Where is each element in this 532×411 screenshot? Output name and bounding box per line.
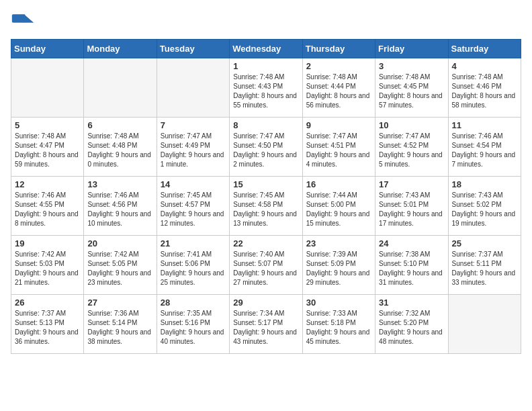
weekday-header-monday: Monday (84, 40, 157, 58)
calendar-cell: 10Sunrise: 7:47 AMSunset: 4:52 PMDayligh… (375, 118, 448, 177)
day-info: Sunrise: 7:37 AMSunset: 5:13 PMDaylight:… (15, 309, 80, 347)
calendar-cell (448, 295, 521, 354)
week-row-3: 12Sunrise: 7:46 AMSunset: 4:55 PMDayligh… (11, 177, 521, 236)
day-info: Sunrise: 7:42 AMSunset: 5:05 PMDaylight:… (87, 250, 152, 287)
calendar-cell: 12Sunrise: 7:46 AMSunset: 4:55 PMDayligh… (11, 177, 84, 236)
day-number: 28 (161, 298, 226, 308)
day-info: Sunrise: 7:44 AMSunset: 5:00 PMDaylight:… (306, 191, 371, 228)
day-info: Sunrise: 7:46 AMSunset: 4:55 PMDaylight:… (15, 191, 80, 228)
calendar-table: SundayMondayTuesdayWednesdayThursdayFrid… (11, 39, 521, 354)
day-number: 20 (87, 238, 152, 248)
day-number: 7 (161, 120, 226, 130)
day-info: Sunrise: 7:36 AMSunset: 5:14 PMDaylight:… (87, 309, 152, 347)
day-number: 4 (452, 61, 517, 71)
logo (11, 9, 36, 34)
day-info: Sunrise: 7:48 AMSunset: 4:47 PMDaylight:… (15, 132, 80, 169)
day-info: Sunrise: 7:37 AMSunset: 5:11 PMDaylight:… (452, 250, 517, 287)
day-info: Sunrise: 7:47 AMSunset: 4:50 PMDaylight:… (233, 132, 298, 169)
day-info: Sunrise: 7:47 AMSunset: 4:52 PMDaylight:… (379, 132, 444, 169)
day-info: Sunrise: 7:46 AMSunset: 4:56 PMDaylight:… (87, 191, 152, 228)
day-info: Sunrise: 7:34 AMSunset: 5:17 PMDaylight:… (233, 309, 298, 347)
day-number: 15 (233, 179, 298, 189)
day-info: Sunrise: 7:32 AMSunset: 5:20 PMDaylight:… (379, 309, 444, 347)
weekday-header-sunday: Sunday (11, 40, 84, 58)
calendar-cell: 23Sunrise: 7:39 AMSunset: 5:09 PMDayligh… (302, 236, 375, 295)
day-number: 31 (379, 298, 444, 308)
day-number: 13 (87, 179, 152, 189)
calendar-cell: 13Sunrise: 7:46 AMSunset: 4:56 PMDayligh… (84, 177, 157, 236)
calendar-cell: 27Sunrise: 7:36 AMSunset: 5:14 PMDayligh… (84, 295, 157, 354)
calendar-cell: 18Sunrise: 7:43 AMSunset: 5:02 PMDayligh… (448, 177, 521, 236)
day-info: Sunrise: 7:43 AMSunset: 5:02 PMDaylight:… (452, 191, 517, 228)
calendar-cell: 3Sunrise: 7:48 AMSunset: 4:45 PMDaylight… (375, 58, 448, 118)
day-number: 21 (161, 238, 226, 248)
day-number: 14 (161, 179, 226, 189)
svg-rect-2 (12, 14, 26, 23)
calendar-cell: 30Sunrise: 7:33 AMSunset: 5:18 PMDayligh… (302, 295, 375, 354)
day-info: Sunrise: 7:48 AMSunset: 4:45 PMDaylight:… (379, 73, 444, 110)
day-info: Sunrise: 7:38 AMSunset: 5:10 PMDaylight:… (379, 250, 444, 287)
day-number: 25 (452, 238, 517, 248)
calendar-cell (157, 58, 229, 118)
calendar-cell: 28Sunrise: 7:35 AMSunset: 5:16 PMDayligh… (157, 295, 229, 354)
day-info: Sunrise: 7:41 AMSunset: 5:06 PMDaylight:… (161, 250, 226, 287)
day-number: 23 (306, 238, 371, 248)
calendar-cell: 19Sunrise: 7:42 AMSunset: 5:03 PMDayligh… (11, 236, 84, 295)
day-info: Sunrise: 7:47 AMSunset: 4:49 PMDaylight:… (161, 132, 226, 169)
day-number: 24 (379, 238, 444, 248)
weekday-header-thursday: Thursday (302, 40, 375, 58)
day-info: Sunrise: 7:45 AMSunset: 4:58 PMDaylight:… (233, 191, 298, 228)
day-info: Sunrise: 7:46 AMSunset: 4:54 PMDaylight:… (452, 132, 517, 169)
day-info: Sunrise: 7:48 AMSunset: 4:43 PMDaylight:… (233, 73, 298, 110)
calendar-cell: 9Sunrise: 7:47 AMSunset: 4:51 PMDaylight… (302, 118, 375, 177)
day-info: Sunrise: 7:33 AMSunset: 5:18 PMDaylight:… (306, 309, 371, 347)
day-number: 29 (233, 298, 298, 308)
page: SundayMondayTuesdayWednesdayThursdayFrid… (0, 0, 532, 365)
day-number: 2 (306, 61, 371, 71)
calendar-cell: 17Sunrise: 7:43 AMSunset: 5:01 PMDayligh… (375, 177, 448, 236)
day-number: 22 (233, 238, 298, 248)
weekday-header-saturday: Saturday (448, 40, 521, 58)
calendar-cell: 20Sunrise: 7:42 AMSunset: 5:05 PMDayligh… (84, 236, 157, 295)
calendar-cell: 21Sunrise: 7:41 AMSunset: 5:06 PMDayligh… (157, 236, 229, 295)
day-number: 6 (87, 120, 152, 130)
calendar-cell: 22Sunrise: 7:40 AMSunset: 5:07 PMDayligh… (230, 236, 302, 295)
day-number: 27 (87, 298, 152, 308)
day-info: Sunrise: 7:43 AMSunset: 5:01 PMDaylight:… (379, 191, 444, 228)
week-row-2: 5Sunrise: 7:48 AMSunset: 4:47 PMDaylight… (11, 118, 521, 177)
day-number: 5 (15, 120, 80, 130)
calendar-cell: 16Sunrise: 7:44 AMSunset: 5:00 PMDayligh… (302, 177, 375, 236)
day-info: Sunrise: 7:39 AMSunset: 5:09 PMDaylight:… (306, 250, 371, 287)
weekday-header-friday: Friday (375, 40, 448, 58)
day-info: Sunrise: 7:42 AMSunset: 5:03 PMDaylight:… (15, 250, 80, 287)
calendar-cell: 25Sunrise: 7:37 AMSunset: 5:11 PMDayligh… (448, 236, 521, 295)
header (11, 7, 521, 34)
calendar-cell: 7Sunrise: 7:47 AMSunset: 4:49 PMDaylight… (157, 118, 229, 177)
calendar-cell: 8Sunrise: 7:47 AMSunset: 4:50 PMDaylight… (230, 118, 302, 177)
day-number: 18 (452, 179, 517, 189)
calendar-cell: 29Sunrise: 7:34 AMSunset: 5:17 PMDayligh… (230, 295, 302, 354)
calendar-cell (11, 58, 84, 118)
week-row-4: 19Sunrise: 7:42 AMSunset: 5:03 PMDayligh… (11, 236, 521, 295)
calendar-cell: 15Sunrise: 7:45 AMSunset: 4:58 PMDayligh… (230, 177, 302, 236)
calendar-cell: 6Sunrise: 7:48 AMSunset: 4:48 PMDaylight… (84, 118, 157, 177)
day-number: 1 (233, 61, 298, 71)
week-row-5: 26Sunrise: 7:37 AMSunset: 5:13 PMDayligh… (11, 295, 521, 354)
day-number: 3 (379, 61, 444, 71)
weekday-header-row: SundayMondayTuesdayWednesdayThursdayFrid… (11, 40, 521, 58)
calendar-cell: 31Sunrise: 7:32 AMSunset: 5:20 PMDayligh… (375, 295, 448, 354)
calendar-cell (84, 58, 157, 118)
calendar-cell: 26Sunrise: 7:37 AMSunset: 5:13 PMDayligh… (11, 295, 84, 354)
day-number: 12 (15, 179, 80, 189)
calendar-cell: 24Sunrise: 7:38 AMSunset: 5:10 PMDayligh… (375, 236, 448, 295)
day-number: 19 (15, 238, 80, 248)
calendar-cell: 11Sunrise: 7:46 AMSunset: 4:54 PMDayligh… (448, 118, 521, 177)
day-info: Sunrise: 7:48 AMSunset: 4:44 PMDaylight:… (306, 73, 371, 110)
day-number: 11 (452, 120, 517, 130)
calendar-cell: 14Sunrise: 7:45 AMSunset: 4:57 PMDayligh… (157, 177, 229, 236)
day-info: Sunrise: 7:45 AMSunset: 4:57 PMDaylight:… (161, 191, 226, 228)
day-number: 8 (233, 120, 298, 130)
day-info: Sunrise: 7:48 AMSunset: 4:46 PMDaylight:… (452, 73, 517, 110)
day-info: Sunrise: 7:40 AMSunset: 5:07 PMDaylight:… (233, 250, 298, 287)
day-number: 10 (379, 120, 444, 130)
